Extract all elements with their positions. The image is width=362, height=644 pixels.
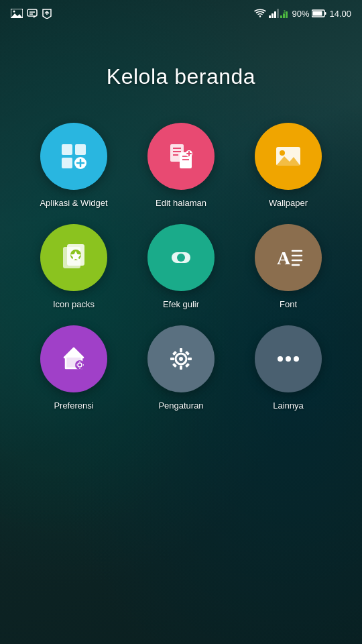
svg-rect-21 <box>313 11 322 16</box>
svg-rect-15 <box>277 9 279 18</box>
settings-label: Pengaturan <box>158 400 203 411</box>
svg-point-1 <box>13 11 15 13</box>
bbm-icon <box>27 8 38 19</box>
signal-icon: 2 <box>269 9 289 18</box>
svg-text:2: 2 <box>284 9 286 13</box>
svg-marker-61 <box>64 348 83 358</box>
svg-point-11 <box>259 15 261 17</box>
scroll-icon <box>165 241 197 274</box>
apps-widget-item[interactable]: Aplikasi & Widget <box>27 123 121 208</box>
wifi-icon <box>254 9 266 18</box>
svg-rect-17 <box>283 13 285 18</box>
svg-rect-24 <box>75 144 86 155</box>
preferences-circle[interactable] <box>40 325 107 392</box>
settings-icon <box>165 343 197 375</box>
preferences-item[interactable]: Preferensi <box>27 325 121 411</box>
svg-text:A: A <box>277 248 291 268</box>
svg-point-40 <box>280 150 285 156</box>
iconpacks-icon <box>58 241 90 274</box>
edit-page-circle[interactable] <box>147 123 215 190</box>
svg-point-47 <box>177 254 185 262</box>
font-circle[interactable]: A <box>255 224 322 291</box>
svg-rect-14 <box>274 11 276 18</box>
battery-icon <box>312 9 326 17</box>
font-icon: A <box>272 241 304 274</box>
svg-rect-12 <box>269 15 271 18</box>
more-icon <box>272 343 304 375</box>
menu-grid: Aplikasi & Widget Edit halaman <box>27 123 335 411</box>
font-item[interactable]: A Font <box>241 224 335 309</box>
svg-rect-23 <box>62 144 72 155</box>
arrow-icon <box>42 8 52 19</box>
edit-icon <box>165 140 197 172</box>
svg-point-55 <box>75 360 84 370</box>
settings-item[interactable]: Pengaturan <box>134 325 228 411</box>
svg-point-72 <box>278 356 283 362</box>
svg-rect-22 <box>325 12 326 15</box>
wallpaper-icon <box>272 140 304 172</box>
svg-point-63 <box>179 357 183 361</box>
svg-marker-2 <box>11 13 23 18</box>
scroll-effect-circle[interactable] <box>147 224 215 291</box>
svg-rect-3 <box>27 9 37 16</box>
font-label: Font <box>280 299 297 309</box>
edit-page-item[interactable]: Edit halaman <box>134 123 228 208</box>
scroll-effect-item[interactable]: Efek gulir <box>134 224 228 309</box>
svg-rect-70 <box>172 363 177 368</box>
svg-rect-67 <box>188 358 192 360</box>
more-circle[interactable] <box>255 325 322 392</box>
svg-rect-25 <box>62 158 72 168</box>
status-bar: 2 90% 14.00 <box>0 0 362 24</box>
apps-widget-circle[interactable] <box>40 123 107 190</box>
wallpaper-label: Wallpaper <box>269 198 308 208</box>
svg-rect-65 <box>180 366 182 370</box>
svg-point-73 <box>286 356 291 362</box>
svg-rect-13 <box>272 13 274 18</box>
time-display: 14.00 <box>329 9 351 19</box>
icon-packs-label: Icon packs <box>53 299 95 309</box>
wallpaper-circle[interactable] <box>255 123 322 190</box>
svg-rect-66 <box>170 358 174 360</box>
edit-page-label: Edit halaman <box>156 198 206 208</box>
apps-widget-label: Aplikasi & Widget <box>40 198 107 208</box>
scroll-effect-label: Efek gulir <box>163 299 199 309</box>
icon-packs-item[interactable]: Icon packs <box>27 224 121 309</box>
settings-circle[interactable] <box>147 325 215 392</box>
status-left-icons <box>11 8 52 19</box>
preferences-icon <box>58 343 90 375</box>
icon-packs-circle[interactable] <box>40 224 107 291</box>
preferences-label: Preferensi <box>54 400 93 411</box>
svg-point-74 <box>294 356 299 362</box>
wallpaper-item[interactable]: Wallpaper <box>241 123 335 208</box>
page-title: Kelola beranda <box>107 64 255 89</box>
more-item[interactable]: Lainnya <box>241 325 335 411</box>
picture-icon <box>11 9 23 18</box>
more-label: Lainnya <box>273 400 304 411</box>
svg-rect-71 <box>185 363 190 368</box>
status-right-info: 2 90% 14.00 <box>254 9 351 19</box>
svg-rect-64 <box>180 348 182 352</box>
svg-rect-16 <box>280 15 282 18</box>
main-content: Kelola beranda Aplikasi & Widget <box>0 24 362 411</box>
svg-rect-18 <box>286 11 288 18</box>
battery-percent: 90% <box>292 9 309 19</box>
widget-icon <box>58 140 90 172</box>
